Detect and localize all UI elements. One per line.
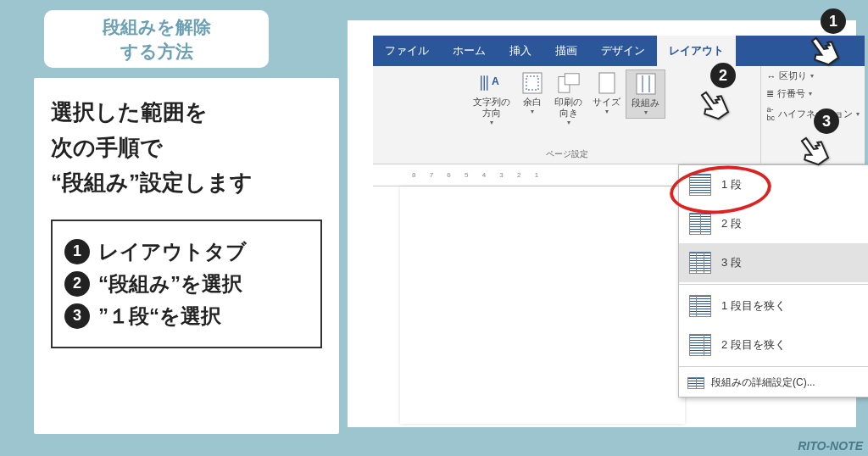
caret-icon: ▾ <box>567 119 570 126</box>
caret-icon: ▾ <box>531 108 534 115</box>
columns-option-1[interactable]: 1 段 <box>679 165 868 204</box>
step-3: 3 ”１段“を選択 <box>64 303 309 330</box>
title-text: 段組みを解除 する方法 <box>103 14 211 64</box>
columns-option-2[interactable]: 2 段 <box>679 204 868 243</box>
columns-option-narrow1[interactable]: 1 段目を狭く <box>679 286 868 325</box>
line-numbers-label: 行番号 <box>777 87 805 100</box>
caret-icon: ▾ <box>605 108 609 115</box>
columns-narrow1-label: 1 段目を狭く <box>721 298 786 314</box>
columns-narrow2-label: 2 段目を狭く <box>721 337 786 353</box>
columns-more-icon <box>687 377 704 389</box>
columns-more-label: 段組みの詳細設定(C)... <box>711 375 815 390</box>
orientation-button[interactable]: 印刷の 向き ▾ <box>549 70 587 128</box>
annotation-badge-2: 2 <box>710 63 736 88</box>
columns-narrow2-icon <box>689 334 711 356</box>
caret-icon: ▾ <box>490 119 493 126</box>
columns-option-narrow2[interactable]: 2 段目を狭く <box>679 325 868 364</box>
step-2-label: “段組み”を選択 <box>98 270 242 298</box>
columns-dropdown: 1 段 2 段 3 段 1 段目を狭く 2 段目を狭く 段組みの詳細設定(C).… <box>678 164 868 398</box>
word-window: ファイル ホーム 挿入 描画 デザイン レイアウト A 文字列の 方向 ▾ <box>348 20 856 427</box>
steps-box: 1 レイアウトタブ 2 “段組み”を選択 3 ”１段“を選択 <box>51 220 322 348</box>
dropdown-separator <box>679 366 868 367</box>
size-label: サイズ <box>593 97 620 108</box>
pointer-hand-icon <box>692 83 737 132</box>
columns-icon <box>634 72 658 96</box>
text-direction-button[interactable]: A 文字列の 方向 ▾ <box>468 70 515 128</box>
margins-label: 余白 <box>523 97 542 108</box>
svg-text:A: A <box>492 75 499 87</box>
columns-narrow1-icon <box>689 295 711 317</box>
orientation-label: 印刷の 向き <box>554 97 582 119</box>
columns-button[interactable]: 段組み ▾ <box>626 70 665 119</box>
tab-draw[interactable]: 描画 <box>543 36 589 66</box>
margins-button[interactable]: 余白 ▾ <box>515 70 549 117</box>
breaks-icon: ↔ <box>766 71 776 81</box>
annotation-badge-1: 1 <box>821 8 846 34</box>
columns-2-icon <box>689 213 711 235</box>
size-icon <box>595 71 619 95</box>
line-numbers-button[interactable]: ≣ 行番号▾ <box>766 87 860 100</box>
columns-more-settings[interactable]: 段組みの詳細設定(C)... <box>679 369 868 397</box>
description-panel: 選択した範囲を 次の手順で “段組み”設定します 1 レイアウトタブ 2 “段組… <box>34 78 339 434</box>
columns-1-label: 1 段 <box>721 177 742 192</box>
text-direction-label: 文字列の 方向 <box>473 97 510 119</box>
footer-credit: RITO-NOTE <box>798 439 863 453</box>
title-box: 段組みを解除 する方法 <box>44 10 269 68</box>
hyphenation-icon: a-bc <box>766 105 775 122</box>
tab-file[interactable]: ファイル <box>373 36 441 66</box>
columns-2-label: 2 段 <box>721 216 742 231</box>
columns-3-label: 3 段 <box>721 255 742 270</box>
caret-icon: ▾ <box>644 108 648 116</box>
pointer-hand-icon <box>802 29 848 78</box>
tab-layout[interactable]: レイアウト <box>657 36 736 66</box>
step-badge-3: 3 <box>64 303 90 329</box>
line-numbers-icon: ≣ <box>766 88 774 99</box>
document-page[interactable] <box>400 186 685 424</box>
margins-icon <box>520 71 544 95</box>
orientation-icon <box>557 71 581 95</box>
text-direction-icon: A <box>480 71 504 95</box>
step-2: 2 “段組み”を選択 <box>64 270 309 298</box>
step-badge-2: 2 <box>64 271 90 297</box>
step-1: 1 レイアウトタブ <box>64 238 309 265</box>
annotation-badge-3: 3 <box>814 108 839 134</box>
ribbon-tabs: ファイル ホーム 挿入 描画 デザイン レイアウト <box>373 36 865 66</box>
step-1-label: レイアウトタブ <box>98 238 247 265</box>
svg-rect-4 <box>565 74 579 85</box>
size-button[interactable]: サイズ ▾ <box>587 70 626 117</box>
tab-insert[interactable]: 挿入 <box>498 36 543 66</box>
tab-home[interactable]: ホーム <box>441 36 498 66</box>
ribbon-body: A 文字列の 方向 ▾ 余白 ▾ 印刷の 向き <box>373 66 865 164</box>
step-3-label: ”１段“を選択 <box>98 303 221 330</box>
tab-design[interactable]: デザイン <box>589 36 657 66</box>
step-badge-1: 1 <box>64 239 90 264</box>
ruler: 8 7 6 5 4 3 2 1 <box>373 171 695 186</box>
columns-1-icon <box>689 174 711 196</box>
columns-option-3[interactable]: 3 段 <box>679 243 868 282</box>
svg-rect-6 <box>637 74 655 94</box>
description-text: 選択した範囲を 次の手順で “段組み”設定します <box>51 95 322 201</box>
group-title-page-setup: ページ設定 <box>546 148 588 162</box>
columns-label: 段組み <box>632 97 659 108</box>
columns-3-icon <box>689 252 711 274</box>
svg-rect-5 <box>599 73 615 93</box>
dropdown-separator <box>679 284 868 285</box>
pointer-hand-icon <box>792 129 837 178</box>
